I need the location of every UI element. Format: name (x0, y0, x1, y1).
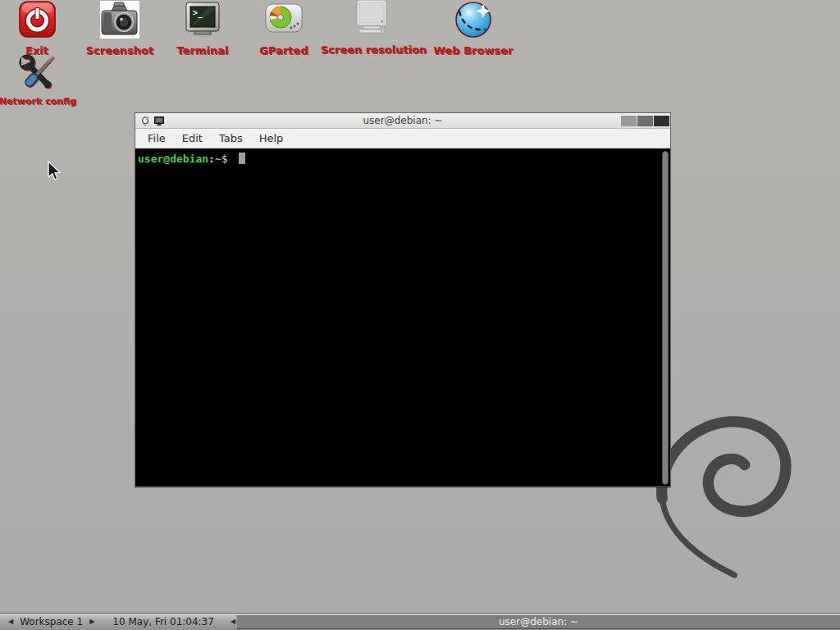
prompt-symbol: $ (221, 153, 235, 165)
terminal-scrollbar[interactable] (661, 151, 669, 485)
icon-label: Web Browser (422, 44, 524, 57)
debian-swirl-watermark (652, 414, 792, 582)
mouse-cursor (47, 161, 63, 185)
desktop-icon-gparted[interactable]: GParted (233, 1, 335, 57)
icon-label: Screen resolution (321, 43, 422, 56)
menu-file[interactable]: File (139, 130, 174, 146)
globe-icon (422, 1, 524, 40)
workspace-next-icon[interactable]: ▶ (88, 617, 96, 627)
monitor-icon (321, 0, 422, 39)
scrollbar-thumb[interactable] (662, 151, 669, 485)
minimize-button[interactable] (621, 116, 637, 126)
desktop-icon-network-config[interactable]: Network config (0, 54, 89, 107)
desktop-icon-screen-resolution[interactable]: Screen resolution (321, 0, 422, 56)
terminal-output-area[interactable]: user@debian:~$ (135, 149, 670, 486)
icon-label: Network config (0, 96, 89, 107)
terminal-app-icon (154, 116, 164, 126)
menu-edit[interactable]: Edit (174, 130, 211, 146)
menu-tabs[interactable]: Tabs (211, 130, 251, 146)
prompt-path: ~ (215, 153, 221, 165)
shell-prompt: user@debian:~$ (138, 153, 245, 165)
terminal-cursor (239, 153, 245, 164)
menu-bar: File Edit Tabs Help (135, 129, 670, 148)
icon-label: GParted (233, 44, 335, 57)
close-button[interactable] (654, 116, 669, 126)
window-title: user@debian: ~ (135, 115, 670, 126)
crossed-tools-icon (0, 54, 89, 92)
menu-help[interactable]: Help (251, 130, 292, 146)
prompt-user-host: user@debian (138, 153, 208, 165)
prompt-separator: : (208, 153, 215, 165)
taskbar-task-button[interactable]: user@debian: ~ (236, 614, 840, 629)
task-button-label: user@debian: ~ (499, 616, 578, 628)
disk-partition-icon (233, 1, 335, 40)
terminal-window: user@debian: ~ File Edit Tabs Help user@… (135, 112, 671, 487)
taskbar: ◀ Workspace 1 ▶ 10 May, Fri 01:04:37 ◀ ▶… (0, 613, 840, 630)
maximize-button[interactable] (637, 116, 653, 126)
taskbar-clock: 10 May, Fri 01:04:37 (112, 616, 214, 628)
desktop-icon-web-browser[interactable]: Web Browser (422, 1, 524, 57)
workspace-label[interactable]: Workspace 1 (20, 616, 83, 628)
window-titlebar[interactable]: user@debian: ~ (135, 113, 670, 129)
debian-swirl-icon (140, 116, 150, 126)
workspace-prev-icon[interactable]: ◀ (7, 617, 15, 627)
